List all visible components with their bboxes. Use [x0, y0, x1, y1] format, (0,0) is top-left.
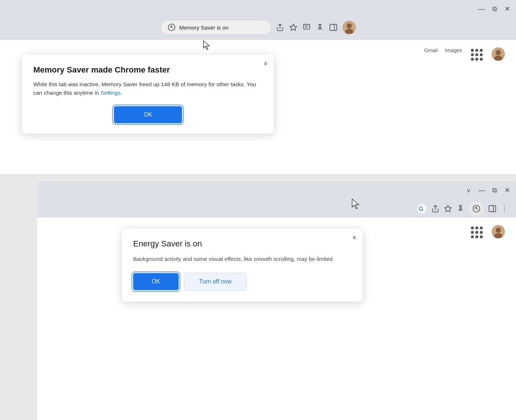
energy-saver-icon — [472, 205, 480, 213]
flask-icon[interactable] — [316, 23, 324, 31]
images-link[interactable]: Images — [445, 47, 462, 53]
period: . — [121, 90, 122, 96]
svg-point-24 — [496, 228, 501, 233]
top-title-bar: — ⧉ ✕ — [0, 0, 516, 18]
svg-rect-2 — [303, 24, 310, 29]
address-text: Memory Saver is on — [179, 24, 229, 31]
bottom-flask-icon[interactable] — [456, 205, 465, 213]
bottom-chevron[interactable]: ∨ — [466, 187, 471, 194]
three-dots-menu[interactable]: ⋮ — [501, 204, 509, 213]
memory-popup-close-button[interactable]: × — [263, 60, 268, 67]
svg-rect-6 — [330, 24, 336, 31]
svg-text:G: G — [419, 206, 423, 212]
energy-popup-body: Background activity and some visual effe… — [133, 255, 351, 263]
memory-saver-popup: × Memory Saver made Chrome faster While … — [22, 55, 274, 134]
svg-marker-1 — [290, 24, 296, 30]
top-toolbar: Memory Saver is on — [0, 18, 516, 37]
google-apps-button[interactable] — [469, 47, 484, 62]
memory-popup-body: While this tab was inactive, Memory Save… — [33, 80, 263, 97]
avatar-page-bottom — [492, 225, 505, 238]
bottom-title-bar: ∨ — ⧉ ✕ — [37, 181, 516, 199]
user-avatar-top[interactable] — [343, 21, 356, 34]
turn-off-now-button[interactable]: Turn off now — [184, 273, 247, 290]
svg-point-9 — [347, 23, 352, 28]
top-restore-button[interactable]: ⧉ — [492, 5, 497, 13]
memory-popup-body-text: While this tab was inactive, Memory Save… — [33, 81, 256, 96]
energy-ok-button[interactable]: OK — [133, 273, 179, 290]
address-bar-top[interactable]: Memory Saver is on — [161, 20, 272, 35]
sidebar-icon[interactable] — [329, 23, 337, 31]
bottom-sidebar-icon[interactable] — [488, 205, 496, 213]
avatar-page-top — [492, 47, 505, 61]
energy-popup-close-button[interactable]: × — [352, 234, 357, 241]
avatar-image-top — [343, 21, 356, 34]
settings-link[interactable]: Settings — [101, 90, 121, 96]
bottom-minimize-button[interactable]: — — [478, 187, 485, 194]
top-minimize-button[interactable]: — — [478, 5, 485, 13]
svg-marker-17 — [445, 205, 451, 212]
gmail-link[interactable]: Gmail — [424, 47, 438, 53]
svg-point-13 — [496, 50, 501, 55]
google-logo-icon: G — [416, 204, 427, 214]
bottom-google-apps-button[interactable] — [469, 225, 484, 240]
energy-popup-buttons: OK Turn off now — [133, 273, 351, 290]
memory-saver-icon — [168, 23, 176, 31]
svg-rect-20 — [489, 206, 496, 212]
top-close-button[interactable]: ✕ — [505, 5, 510, 13]
bookmark-icon[interactable] — [289, 23, 297, 31]
bottom-restore-button[interactable]: ⧉ — [492, 187, 497, 194]
energy-saver-popup: × Energy Saver is on Background activity… — [122, 229, 362, 302]
tab-search-icon[interactable] — [303, 23, 311, 31]
energy-saver-button[interactable] — [469, 201, 484, 216]
energy-popup-title: Energy Saver is on — [133, 239, 351, 249]
top-toolbar-icons — [276, 21, 356, 34]
user-avatar-top-page[interactable] — [492, 47, 505, 61]
user-avatar-bottom-page[interactable] — [492, 225, 505, 238]
share-icon[interactable] — [276, 23, 284, 31]
bottom-bookmark-icon[interactable] — [444, 205, 452, 213]
svg-rect-5 — [318, 24, 321, 25]
svg-rect-18 — [459, 205, 462, 206]
memory-popup-title: Memory Saver made Chrome faster — [33, 65, 263, 75]
memory-ok-button[interactable]: OK — [114, 106, 182, 123]
bottom-toolbar: G ⋮ — [37, 199, 516, 218]
bottom-share-icon[interactable] — [431, 205, 439, 213]
bottom-close-button[interactable]: ✕ — [505, 186, 510, 194]
